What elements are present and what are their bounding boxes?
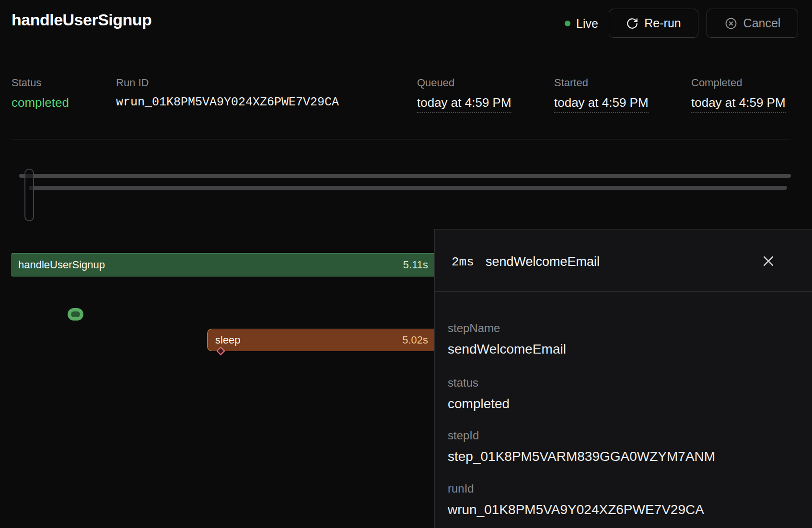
cancel-button[interactable]: Cancel (707, 9, 798, 38)
field-stepId: stepId step_01K8PM5VARM839GGA0WZYM7ANM (448, 429, 715, 465)
live-label: Live (576, 17, 598, 31)
header-divider (12, 139, 790, 139)
rerun-button[interactable]: Re-run (609, 9, 698, 38)
step-duration: 2ms (452, 255, 474, 269)
status-label: Status (12, 77, 69, 89)
run-id-value: wrun_01K8PM5VA9Y024XZ6PWE7V29CA (116, 95, 339, 109)
span-bar-sleep[interactable]: sleep 5.02s (207, 329, 434, 351)
field-stepName: stepName sendWelcomeEmail (448, 321, 566, 357)
meta-run-id: Run ID wrun_01K8PM5VA9Y024XZ6PWE7V29CA (116, 77, 339, 109)
span-label: sleep (215, 334, 241, 346)
minimap-span-bar (19, 174, 791, 178)
span-bar-handleUserSignup[interactable]: handleUserSignup 5.11s (12, 253, 434, 276)
step-marker-sendWelcomeEmail[interactable] (68, 308, 83, 321)
step-marker-inner (71, 311, 80, 317)
step-detail-panel: 2ms sendWelcomeEmail stepName sendWelcom… (434, 229, 812, 528)
field-label: status (448, 376, 510, 390)
field-label: stepName (448, 321, 566, 335)
field-runId: runId wrun_01K8PM5VA9Y024XZ6PWE7V29CA (448, 482, 704, 518)
queued-value[interactable]: today at 4:59 PM (417, 95, 511, 113)
meta-completed: Completed today at 4:59 PM (691, 77, 786, 113)
field-value: sendWelcomeEmail (448, 341, 566, 357)
close-panel-button[interactable] (754, 247, 783, 276)
field-value: step_01K8PM5VARM839GGA0WZYM7ANM (448, 448, 715, 465)
timeline-minimap[interactable] (0, 153, 812, 230)
cancel-circle-icon (724, 17, 738, 30)
meta-status: Status completed (12, 77, 69, 110)
completed-label: Completed (691, 77, 786, 89)
completed-value[interactable]: today at 4:59 PM (691, 95, 786, 113)
live-toggle[interactable]: Live (565, 15, 598, 32)
meta-queued: Queued today at 4:59 PM (417, 77, 511, 113)
field-value: completed (448, 396, 510, 412)
span-duration: 5.11s (403, 259, 428, 271)
field-label: runId (448, 482, 704, 495)
panel-header: 2ms sendWelcomeEmail (435, 230, 812, 292)
span-label: handleUserSignup (18, 259, 105, 271)
run-details-page: handleUserSignup Live Re-run Cancel Stat… (0, 0, 812, 528)
page-title: handleUserSignup (12, 11, 151, 29)
started-label: Started (554, 77, 649, 89)
queued-label: Queued (417, 77, 511, 89)
minimap-divider (12, 223, 434, 223)
minimap-drag-handle[interactable] (24, 169, 34, 221)
rerun-icon (626, 17, 638, 30)
field-label: stepId (448, 429, 715, 442)
live-dot-icon (565, 21, 570, 26)
step-title: sendWelcomeEmail (486, 254, 600, 269)
meta-started: Started today at 4:59 PM (554, 77, 649, 113)
status-value: completed (12, 95, 69, 110)
span-duration: 5.02s (402, 334, 428, 346)
field-value: wrun_01K8PM5VA9Y024XZ6PWE7V29CA (448, 502, 704, 518)
close-icon (761, 254, 776, 270)
minimap-span-bar (29, 186, 787, 190)
field-status: status completed (448, 376, 510, 412)
run-id-label: Run ID (116, 77, 339, 89)
rerun-label: Re-run (644, 16, 681, 30)
started-value[interactable]: today at 4:59 PM (554, 95, 649, 113)
cancel-label: Cancel (743, 16, 781, 30)
